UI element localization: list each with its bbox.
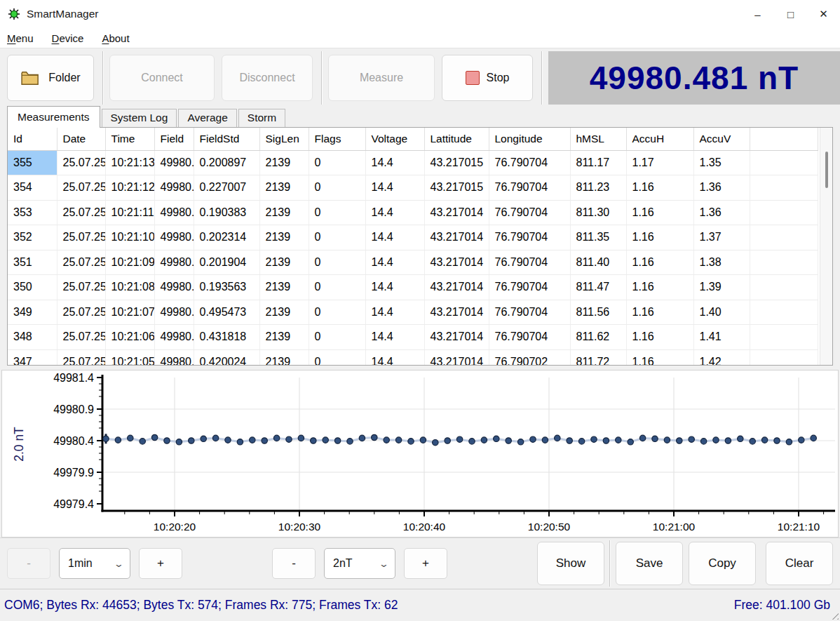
cell-flags[interactable]: 0: [309, 150, 365, 175]
cell-id[interactable]: 353: [8, 200, 57, 225]
column-header-date[interactable]: Date: [57, 128, 105, 150]
cell-siglen[interactable]: 2139: [259, 325, 309, 350]
cell-voltage[interactable]: 14.4: [365, 200, 424, 225]
column-header-accuh[interactable]: AccuH: [626, 128, 693, 150]
cell-fieldstd[interactable]: 0.227007: [194, 175, 259, 201]
copy-button[interactable]: Copy: [689, 542, 756, 585]
cell-flags[interactable]: 0: [309, 300, 365, 325]
cell-time[interactable]: 10:21:10: [105, 225, 154, 251]
cell-flags[interactable]: 0: [309, 175, 365, 201]
cell-hmsl[interactable]: 811.47: [570, 275, 626, 300]
cell-field[interactable]: 49980.4: [154, 250, 194, 275]
menu-item-menu[interactable]: Menu: [7, 32, 34, 44]
cell-siglen[interactable]: 2139: [259, 225, 309, 251]
cell-time[interactable]: 10:21:07: [105, 300, 154, 325]
column-header-lattitude[interactable]: Lattitude: [424, 128, 489, 150]
column-header-accuv[interactable]: AccuV: [693, 128, 750, 150]
amplitude-scale-select[interactable]: 2nT ⌄: [324, 548, 395, 579]
cell-time[interactable]: 10:21:13: [105, 150, 154, 175]
cell-date[interactable]: 25.07.25: [57, 250, 105, 275]
column-header-voltage[interactable]: Voltage: [365, 128, 424, 150]
cell-voltage[interactable]: 14.4: [365, 175, 424, 201]
cell-lattitude[interactable]: 43.217015: [424, 150, 489, 175]
cell-siglen[interactable]: 2139: [259, 175, 309, 201]
cell-field[interactable]: 49980.4: [154, 225, 194, 251]
cell-voltage[interactable]: 14.4: [365, 300, 424, 325]
cell-date[interactable]: 25.07.25: [57, 325, 105, 350]
column-header-siglen[interactable]: SigLen: [259, 128, 309, 150]
cell-flags[interactable]: 0: [309, 325, 365, 350]
tab-measurements[interactable]: Measurements: [7, 106, 100, 128]
cell-voltage[interactable]: 14.4: [365, 275, 424, 300]
tab-system-log[interactable]: System Log: [102, 109, 177, 127]
cell-voltage[interactable]: 14.4: [365, 150, 424, 175]
cell-field[interactable]: 49980.4: [154, 200, 194, 225]
table-scrollbar[interactable]: [820, 128, 832, 365]
cell-hmsl[interactable]: 811.56: [570, 300, 626, 325]
cell-voltage[interactable]: 14.4: [365, 250, 424, 275]
cell-voltage[interactable]: 14.4: [365, 349, 424, 365]
cell-id[interactable]: 350: [8, 275, 57, 300]
cell-longitude[interactable]: 76.790704: [489, 300, 570, 325]
cell-accuh[interactable]: 1.16: [626, 175, 693, 201]
cell-fieldstd[interactable]: 0.193563: [194, 275, 259, 300]
cell-id[interactable]: 355: [8, 150, 57, 175]
time-scale-select[interactable]: 1min ⌄: [59, 548, 130, 579]
cell-date[interactable]: 25.07.25: [57, 349, 105, 365]
cell-fieldstd[interactable]: 0.420024: [194, 349, 259, 365]
table-row[interactable]: 35125.07.2510:21:0949980.40.201904213901…: [8, 250, 818, 275]
cell-time[interactable]: 10:21:12: [105, 175, 154, 201]
cell-field[interactable]: 49980.4: [154, 275, 194, 300]
cell-fieldstd[interactable]: 0.495473: [194, 300, 259, 325]
cell-accuh[interactable]: 1.16: [626, 250, 693, 275]
cell-siglen[interactable]: 2139: [259, 150, 309, 175]
table-row[interactable]: 35525.07.2510:21:1349980.40.200897213901…: [8, 150, 818, 175]
cell-hmsl[interactable]: 811.23: [570, 175, 626, 201]
cell-id[interactable]: 349: [8, 300, 57, 325]
show-button[interactable]: Show: [537, 542, 604, 585]
cell-hmsl[interactable]: 811.72: [570, 349, 626, 365]
cell-hmsl[interactable]: 811.30: [570, 200, 626, 225]
cell-time[interactable]: 10:21:06: [105, 325, 154, 350]
cell-siglen[interactable]: 2139: [259, 349, 309, 365]
cell-field[interactable]: 49980.4: [154, 175, 194, 201]
cell-accuv[interactable]: 1.39: [693, 275, 750, 300]
cell-flags[interactable]: 0: [309, 250, 365, 275]
resize-grip-icon[interactable]: [829, 610, 839, 620]
cell-longitude[interactable]: 76.790704: [489, 225, 570, 251]
cell-longitude[interactable]: 76.790704: [489, 200, 570, 225]
cell-date[interactable]: 25.07.25: [57, 200, 105, 225]
cell-date[interactable]: 25.07.25: [57, 150, 105, 175]
cell-accuh[interactable]: 1.16: [626, 225, 693, 251]
cell-lattitude[interactable]: 43.217014: [424, 275, 489, 300]
table-row[interactable]: 35225.07.2510:21:1049980.40.202314213901…: [8, 225, 818, 251]
cell-date[interactable]: 25.07.25: [57, 175, 105, 201]
cell-fieldstd[interactable]: 0.190383: [194, 200, 259, 225]
cell-id[interactable]: 351: [8, 250, 57, 275]
table-row[interactable]: 35325.07.2510:21:1149980.40.190383213901…: [8, 200, 818, 225]
close-button[interactable]: ✕: [807, 0, 840, 28]
cell-hmsl[interactable]: 811.40: [570, 250, 626, 275]
cell-date[interactable]: 25.07.25: [57, 275, 105, 300]
table-scrollbar-thumb[interactable]: [825, 152, 828, 188]
cell-id[interactable]: 354: [8, 175, 57, 201]
column-header-hmsl[interactable]: hMSL: [570, 128, 626, 150]
cell-time[interactable]: 10:21:11: [105, 200, 154, 225]
save-button[interactable]: Save: [616, 542, 683, 585]
cell-field[interactable]: 49980.4: [154, 325, 194, 350]
connect-button[interactable]: Connect: [109, 55, 215, 101]
measure-button[interactable]: Measure: [328, 55, 435, 101]
column-header-field[interactable]: Field: [154, 128, 194, 150]
table-row[interactable]: 35425.07.2510:21:1249980.40.227007213901…: [8, 175, 818, 201]
cell-hmsl[interactable]: 811.17: [570, 150, 626, 175]
clear-button[interactable]: Clear: [766, 542, 833, 585]
disconnect-button[interactable]: Disconnect: [222, 55, 313, 101]
cell-lattitude[interactable]: 43.217014: [424, 200, 489, 225]
cell-longitude[interactable]: 76.790704: [489, 150, 570, 175]
cell-hmsl[interactable]: 811.62: [570, 325, 626, 350]
cell-accuv[interactable]: 1.40: [693, 300, 750, 325]
cell-lattitude[interactable]: 43.217014: [424, 225, 489, 251]
cell-siglen[interactable]: 2139: [259, 275, 309, 300]
amplitude-scale-minus-button[interactable]: -: [272, 548, 316, 579]
cell-fieldstd[interactable]: 0.201904: [194, 250, 259, 275]
